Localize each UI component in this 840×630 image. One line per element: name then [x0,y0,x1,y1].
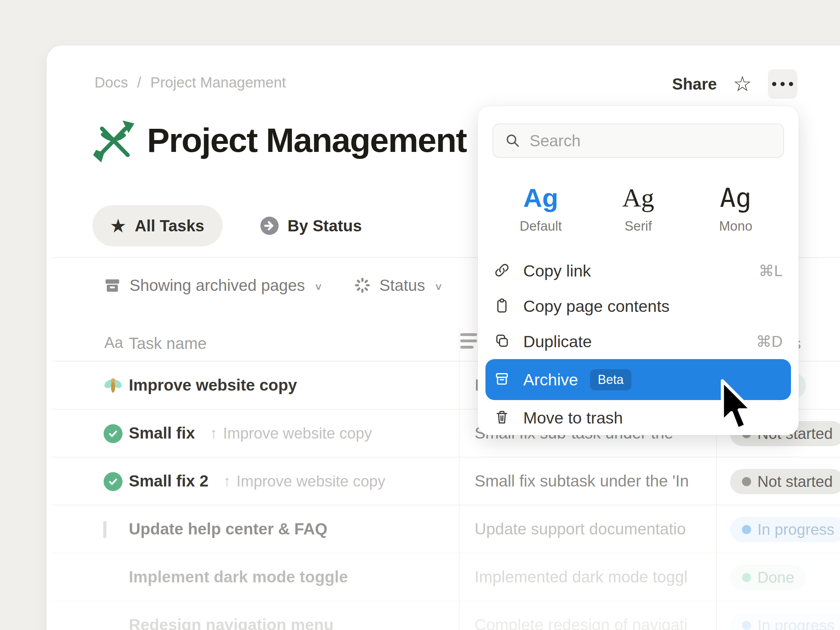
view-tabs: ★ All Tasks By Status [92,205,380,246]
filter-bar: Showing archived pages ∨ Status ∨ [104,276,443,295]
menu-item-label: Move to trash [523,408,623,427]
column-header-task-name[interactable]: Task name [129,334,207,353]
chevron-down-icon: ∨ [434,279,443,292]
arrow-up-icon: ↑ [223,472,231,490]
menu-item-label: Copy page contents [523,297,669,316]
favorite-star-icon[interactable]: ☆ [733,74,752,95]
archive-icon [494,371,510,388]
archived-filter-label: Showing archived pages [129,276,305,295]
more-options-button[interactable] [768,69,797,99]
archived-filter-chip[interactable]: Showing archived pages ∨ [104,276,323,295]
tab-star-icon: ★ [111,216,126,235]
status-badge[interactable]: Not started [730,469,840,494]
breadcrumb-separator: / [137,74,141,91]
task-name: Redesign navigation menu [129,615,333,630]
title-row: Project Management [92,118,467,163]
font-option-mono[interactable]: Ag Mono [708,180,764,234]
task-name: Implement dark mode toggle [129,567,348,586]
check-icon [104,472,123,491]
tab-arrow-circle-icon [261,217,279,235]
ninja-icon [104,568,123,587]
task-name-cell[interactable]: Redesign navigation menu [129,615,333,630]
status-label: In progress [757,617,834,630]
check-icon [104,424,123,443]
parent-task-ref[interactable]: ↑ Improve website copy [223,472,386,490]
task-name-cell[interactable]: Small fix ↑ Improve website copy [129,423,372,442]
status-filter-label: Status [379,276,425,295]
status-badge[interactable]: Done [730,565,806,590]
font-sample: Ag [610,180,666,215]
menu-item-copy-page-contents[interactable]: Copy page contents [478,288,799,324]
status-dot-icon [742,573,751,582]
crossed-arrows-page-icon[interactable] [92,118,136,163]
status-filter-chip[interactable]: Status ∨ [354,276,443,295]
menu-search-field[interactable]: Search [493,123,784,158]
table-row[interactable]: Implement dark mode toggle Implemented d… [52,553,840,601]
table-row[interactable]: Update help center & FAQ Update support … [52,505,840,553]
search-icon [505,133,521,148]
font-option-label: Serif [610,219,666,234]
task-name: Small fix 2 [129,471,208,490]
font-picker: Ag Default Ag Serif Ag Mono [478,180,799,234]
status-label: Done [757,569,794,586]
font-option-label: Mono [708,219,764,234]
menu-item-shortcut: ⌘L [759,262,783,279]
table-row[interactable]: Redesign navigation menu Complete redesi… [52,601,840,630]
task-name-cell[interactable]: Small fix 2 ↑ Improve website copy [129,471,385,490]
clipboard-icon [494,297,510,315]
text-align-left-icon [460,333,477,352]
font-option-label: Default [513,219,569,234]
search-placeholder: Search [529,131,581,150]
trash-icon [494,409,510,427]
chevron-down-icon: ∨ [314,279,323,292]
menu-item-label: Duplicate [523,332,592,351]
tab-label: By Status [288,216,362,235]
task-description-cell[interactable]: Update support documentatio [475,519,715,538]
status-badge[interactable]: In progress [730,613,840,630]
status-spinner-icon [354,277,370,293]
arrow-up-icon: ↑ [210,425,217,442]
page-title[interactable]: Project Management [147,121,467,160]
breadcrumb-docs[interactable]: Docs [95,74,128,91]
task-name-cell[interactable]: Update help center & FAQ [129,519,327,538]
app-canvas: Docs / Project Management Share ☆ Projec… [0,0,840,630]
archive-box-icon [104,277,120,293]
text-type-icon: Aa [104,334,123,351]
font-option-default[interactable]: Ag Default [513,180,569,234]
table-row[interactable]: Small fix 2 ↑ Improve website copy Small… [52,458,840,505]
tab-label: All Tasks [135,216,204,235]
status-label: In progress [757,521,834,538]
mouse-cursor [718,379,757,433]
task-name: Update help center & FAQ [129,519,327,538]
status-badge[interactable]: In progress [730,517,840,542]
tab-all-tasks[interactable]: ★ All Tasks [92,205,223,246]
breadcrumb: Docs / Project Management [95,74,286,91]
font-option-serif[interactable]: Ag Serif [610,180,666,234]
task-description-cell[interactable]: Small fix subtask under the 'In [475,471,715,490]
link-icon [494,262,510,279]
font-sample: Ag [513,180,569,215]
parent-task-ref[interactable]: ↑ Improve website copy [210,425,372,442]
task-name-cell[interactable]: Implement dark mode toggle [129,567,348,586]
parent-task-label: Improve website copy [223,425,372,442]
font-sample: Ag [708,180,764,215]
menu-item-duplicate[interactable]: Duplicate ⌘D [478,324,799,359]
topbar-actions: Share ☆ [672,69,797,99]
menu-item-label: Archive [523,370,578,389]
parent-task-label: Improve website copy [237,472,386,490]
menu-item-copy-link[interactable]: Copy link ⌘L [478,253,799,288]
task-name: Small fix [129,423,195,442]
beta-badge: Beta [590,369,632,390]
breadcrumb-current[interactable]: Project Management [150,74,286,91]
share-button[interactable]: Share [672,74,717,93]
status-dot-icon [742,477,751,486]
tab-by-status[interactable]: By Status [242,205,380,246]
status-label: Not started [757,473,833,490]
cap-icon [104,616,123,630]
task-name-cell[interactable]: Improve website copy [129,376,297,395]
status-dot-icon [742,525,751,534]
task-description-cell[interactable]: Complete redesign of navigati [475,615,715,630]
status-dot-icon [742,621,751,630]
menu-item-label: Copy link [523,261,591,280]
task-description-cell[interactable]: Implemented dark mode toggl [475,567,715,586]
